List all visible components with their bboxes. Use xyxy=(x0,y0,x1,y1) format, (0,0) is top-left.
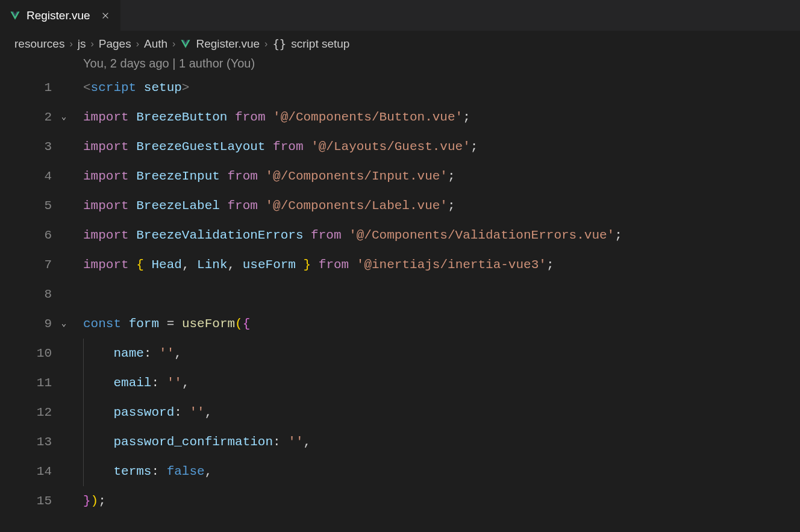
fold-gutter[interactable]: ⌄ xyxy=(57,309,71,339)
code-line[interactable]: 8 xyxy=(0,280,800,309)
line-number: 11 xyxy=(0,368,57,398)
code-line[interactable]: 9 ⌄ const form = useForm({ xyxy=(0,309,800,339)
code-content[interactable]: <script setup> xyxy=(71,73,189,102)
line-number: 3 xyxy=(0,132,57,161)
breadcrumb-segment[interactable]: Auth xyxy=(144,37,167,51)
code-content[interactable]: name: '', xyxy=(71,339,182,368)
chevron-down-icon[interactable]: ⌄ xyxy=(61,309,66,339)
breadcrumb-segment[interactable]: script setup xyxy=(291,37,349,51)
code-content[interactable]: import { Head, Link, useForm } from '@in… xyxy=(71,250,554,280)
code-content[interactable]: terms: false, xyxy=(71,457,212,486)
tab-bar: Register.vue xyxy=(0,0,800,31)
code-content[interactable]: import BreezeButton from '@/Components/B… xyxy=(71,102,470,132)
tab-filename: Register.vue xyxy=(27,9,90,22)
code-line[interactable]: 1 <script setup> xyxy=(0,73,800,102)
line-number: 15 xyxy=(0,486,57,516)
breadcrumb-segment[interactable]: resources xyxy=(14,37,64,51)
code-line[interactable]: 14 terms: false, xyxy=(0,457,800,486)
code-line[interactable]: 13 password_confirmation: '', xyxy=(0,427,800,457)
chevron-right-icon: › xyxy=(69,39,72,49)
code-line[interactable]: 15 }); xyxy=(0,486,800,516)
breadcrumb-segment[interactable]: js xyxy=(78,37,86,51)
code-content[interactable]: email: '', xyxy=(71,368,189,398)
close-icon[interactable] xyxy=(100,10,111,21)
code-content[interactable]: import BreezeInput from '@/Components/In… xyxy=(71,161,455,191)
code-line[interactable]: 11 email: '', xyxy=(0,368,800,398)
line-number: 2 xyxy=(0,102,57,132)
code-content[interactable]: password_confirmation: '', xyxy=(71,427,311,457)
line-number: 12 xyxy=(0,398,57,427)
line-number: 1 xyxy=(0,73,57,102)
code-line[interactable]: 5 import BreezeLabel from '@/Components/… xyxy=(0,191,800,221)
code-line[interactable]: 4 import BreezeInput from '@/Components/… xyxy=(0,161,800,191)
braces-icon: {} xyxy=(272,37,286,51)
line-number: 8 xyxy=(0,280,57,309)
line-number: 6 xyxy=(0,221,57,250)
line-number: 14 xyxy=(0,457,57,486)
code-line[interactable]: 3 import BreezeGuestLayout from '@/Layou… xyxy=(0,132,800,161)
line-number: 5 xyxy=(0,191,57,221)
breadcrumb: resources › js › Pages › Auth › Register… xyxy=(0,31,800,57)
code-line[interactable]: 12 password: '', xyxy=(0,398,800,427)
chevron-down-icon[interactable]: ⌄ xyxy=(61,102,66,132)
chevron-right-icon: › xyxy=(90,39,93,49)
code-content[interactable]: import BreezeLabel from '@/Components/La… xyxy=(71,191,455,221)
breadcrumb-segment[interactable]: Pages xyxy=(99,37,131,51)
code-line[interactable]: 7 import { Head, Link, useForm } from '@… xyxy=(0,250,800,280)
chevron-right-icon: › xyxy=(264,39,267,49)
code-content[interactable]: import BreezeGuestLayout from '@/Layouts… xyxy=(71,132,478,161)
chevron-right-icon: › xyxy=(172,39,175,49)
breadcrumb-segment[interactable]: Register.vue xyxy=(196,37,260,51)
vue-file-icon xyxy=(180,39,191,49)
tab-register-vue[interactable]: Register.vue xyxy=(0,0,120,31)
chevron-right-icon: › xyxy=(136,39,139,49)
code-editor[interactable]: You, 2 days ago | 1 author (You) 1 <scri… xyxy=(0,57,800,516)
vue-file-icon xyxy=(10,10,20,21)
code-line[interactable]: 10 name: '', xyxy=(0,339,800,368)
line-number: 13 xyxy=(0,427,57,457)
code-content[interactable]: const form = useForm({ xyxy=(71,309,250,339)
git-blame-annotation: You, 2 days ago | 1 author (You) xyxy=(0,57,800,70)
code-content[interactable]: }); xyxy=(71,486,106,516)
code-line[interactable]: 2 ⌄ import BreezeButton from '@/Componen… xyxy=(0,102,800,132)
code-content[interactable]: password: '', xyxy=(71,398,212,427)
line-number: 7 xyxy=(0,250,57,280)
code-line[interactable]: 6 import BreezeValidationErrors from '@/… xyxy=(0,221,800,250)
fold-gutter[interactable]: ⌄ xyxy=(57,102,71,132)
line-number: 4 xyxy=(0,161,57,191)
code-content[interactable]: import BreezeValidationErrors from '@/Co… xyxy=(71,221,622,250)
line-number: 10 xyxy=(0,339,57,368)
line-number: 9 xyxy=(0,309,57,339)
